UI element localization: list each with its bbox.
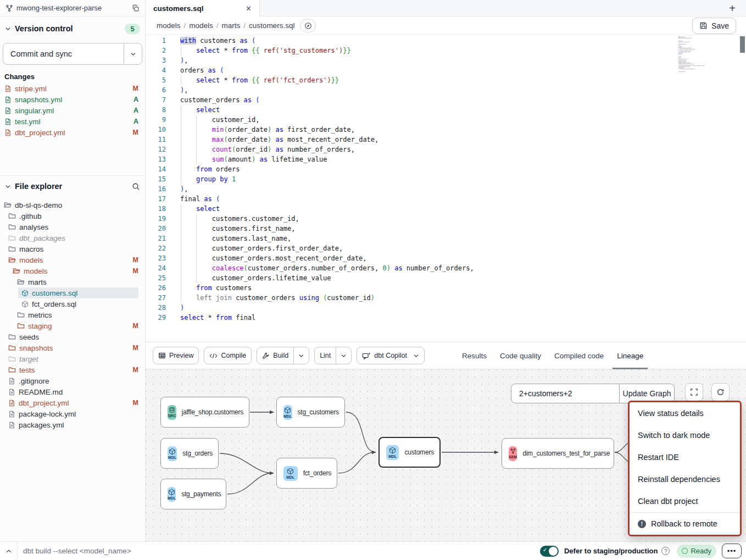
menu-item-reinstall-dependencies[interactable]: Reinstall dependencies — [630, 468, 740, 490]
tab-code-quality[interactable]: Code quality — [500, 342, 541, 369]
change-item[interactable]: dbt_project.ymlM — [0, 127, 145, 138]
tree-item-models[interactable]: modelsM — [5, 254, 138, 265]
change-item[interactable]: test.ymlA — [0, 116, 145, 127]
menu-item-clean-dbt-project[interactable]: Clean dbt project — [630, 490, 740, 512]
lineage-node-fct_orders[interactable]: MDLfct_orders — [276, 458, 337, 489]
change-file-name: singular.yml — [15, 107, 133, 115]
tab-results[interactable]: Results — [462, 342, 487, 369]
tree-item-dbt-project-yml[interactable]: dbt_project.ymlM — [5, 397, 138, 408]
button-compile[interactable]: Compile — [204, 347, 252, 364]
button-dbt-copilot[interactable]: dbt Copilot — [357, 347, 425, 364]
breadcrumb-segment[interactable]: marts — [222, 21, 241, 30]
code-editor[interactable]: 1234567891011121314151617181920212223242… — [146, 35, 746, 342]
tree-item-customers-sql[interactable]: customers.sql — [18, 287, 138, 298]
change-item[interactable]: snapshots.ymlA — [0, 94, 145, 105]
tree-item-label: macros — [19, 245, 138, 253]
editor-scrollbar[interactable] — [740, 36, 745, 53]
copy-icon[interactable] — [132, 4, 140, 12]
line-number: 21 — [146, 234, 166, 243]
more-options-button[interactable]: ••• — [722, 544, 742, 558]
line-number: 18 — [146, 204, 166, 214]
lineage-node-jaffle[interactable]: SRCjaffle_shop.customers — [160, 397, 249, 428]
tree-item-package-lock-yml[interactable]: package-lock.yml — [5, 408, 138, 419]
tree-item-dbt-packages[interactable]: dbt_packages — [5, 232, 138, 243]
commit-and-sync-label[interactable]: Commit and sync — [3, 43, 124, 64]
file-icon — [4, 118, 12, 125]
close-icon[interactable]: ✕ — [246, 4, 252, 13]
button-build[interactable]: Build — [257, 347, 309, 364]
code-line: customer_orders as ( — [180, 95, 474, 105]
tree-item-macros[interactable]: macros — [5, 243, 138, 254]
lineage-search-input[interactable]: 2+customers+2 — [511, 384, 619, 403]
tree-item--github[interactable]: .github — [5, 210, 138, 221]
commit-and-sync-button[interactable]: Commit and sync — [3, 43, 142, 65]
lineage-node-stg_orders[interactable]: MDLstg_orders — [160, 438, 219, 469]
tab-compiled-code[interactable]: Compiled code — [554, 342, 604, 369]
folder-icon — [8, 344, 16, 352]
save-button[interactable]: Save — [692, 18, 736, 34]
explore-compass-icon[interactable] — [300, 19, 316, 32]
fullscreen-button[interactable] — [685, 383, 703, 401]
node-kind-icon: SEM — [509, 446, 517, 461]
file-explorer-title: File explorer — [15, 182, 132, 191]
command-input[interactable]: dbt build --select <model_name> — [23, 547, 540, 555]
chevron-down-icon — [5, 184, 11, 190]
lineage-node-dim[interactable]: SEMdim_customers_test_for_parse — [502, 438, 614, 469]
tab-lineage[interactable]: Lineage — [617, 342, 643, 369]
menu-item-view-status-details[interactable]: View status details — [630, 402, 740, 424]
tree-item-staging[interactable]: stagingM — [14, 320, 138, 331]
line-number: 3 — [146, 56, 166, 65]
tab-customers-sql[interactable]: customers.sql ✕ — [146, 0, 260, 16]
file-explorer-header[interactable]: File explorer — [0, 179, 145, 193]
tree-item-db-sl-qs-demo[interactable]: db-sl-qs-demo — [1, 199, 138, 210]
menu-item-restart-ide[interactable]: Restart IDE — [630, 446, 740, 468]
wrench-icon — [262, 352, 270, 359]
tree-item-snapshots[interactable]: snapshotsM — [5, 342, 138, 353]
refresh-button[interactable] — [711, 383, 730, 401]
menu-item-switch-to-dark-mode[interactable]: Switch to dark mode — [630, 424, 740, 446]
branch-name[interactable]: mwong-test-explorer-parse — [16, 4, 132, 12]
tree-item--gitignore[interactable]: .gitignore — [5, 375, 138, 386]
breadcrumb-segment[interactable]: models — [189, 21, 213, 30]
tree-item-fct-orders-sql[interactable]: fct_orders.sql — [18, 298, 138, 309]
search-icon[interactable] — [132, 182, 140, 191]
tree-item-marts[interactable]: marts — [14, 276, 138, 287]
file-tree: db-sl-qs-demo.githubanalysesdbt_packages… — [0, 199, 145, 430]
tree-item-readme-md[interactable]: README.md — [5, 386, 138, 397]
menu-item-rollback-to-remote[interactable]: !Rollback to remote — [630, 513, 740, 535]
minimap[interactable]: with customers as ( select * from {{ ref… — [678, 36, 708, 76]
lineage-node-stg_customers[interactable]: MDLstg_customers — [276, 397, 345, 428]
help-icon[interactable]: ? — [661, 547, 670, 555]
tree-item-target[interactable]: target — [5, 353, 138, 364]
tree-item-analyses[interactable]: analyses — [5, 221, 138, 232]
dropdown-chevron-icon[interactable] — [412, 347, 424, 364]
version-control-header[interactable]: Version control 5 — [0, 21, 145, 36]
dropdown-chevron-icon[interactable] — [336, 347, 351, 364]
tree-item-packages-yml[interactable]: packages.yml — [5, 419, 138, 430]
tree-item-seeds[interactable]: seeds — [5, 331, 138, 342]
code-content[interactable]: with customers as ( select * from {{ ref… — [180, 36, 474, 323]
lineage-node-stg_payments[interactable]: MDLstg_payments — [160, 479, 226, 509]
changes-count-badge: 5 — [125, 24, 140, 34]
breadcrumb-segment[interactable]: models — [157, 21, 181, 30]
ready-status-badge[interactable]: Ready — [677, 545, 716, 558]
change-item[interactable]: singular.ymlA — [0, 105, 145, 116]
tree-item-metrics[interactable]: metrics — [14, 309, 138, 320]
tree-item-models[interactable]: modelsM — [9, 265, 138, 276]
dropdown-chevron-icon[interactable] — [293, 347, 309, 364]
button-preview[interactable]: Preview — [153, 347, 199, 364]
dbt-cloud-ide: mwong-test-explorer-parse Version contro… — [0, 0, 746, 560]
modified-badge: M — [133, 256, 138, 264]
lineage-node-customers[interactable]: MDLcustomers — [378, 437, 441, 468]
collapse-panel-button[interactable] — [0, 542, 18, 560]
button-lint[interactable]: Lint — [314, 347, 352, 364]
code-line: customer_orders.most_recent_order_date, — [180, 253, 474, 263]
breadcrumb-segment[interactable]: customers.sql — [249, 21, 294, 30]
update-graph-button[interactable]: Update Graph — [619, 384, 674, 403]
change-item[interactable]: stripe.ymlM — [0, 83, 145, 94]
commit-options-chevron[interactable] — [124, 43, 142, 64]
tree-item-tests[interactable]: testsM — [5, 364, 138, 375]
defer-toggle[interactable]: ✓ — [540, 546, 559, 557]
new-tab-button[interactable]: + — [726, 2, 738, 14]
tree-item-label: analyses — [19, 223, 138, 231]
